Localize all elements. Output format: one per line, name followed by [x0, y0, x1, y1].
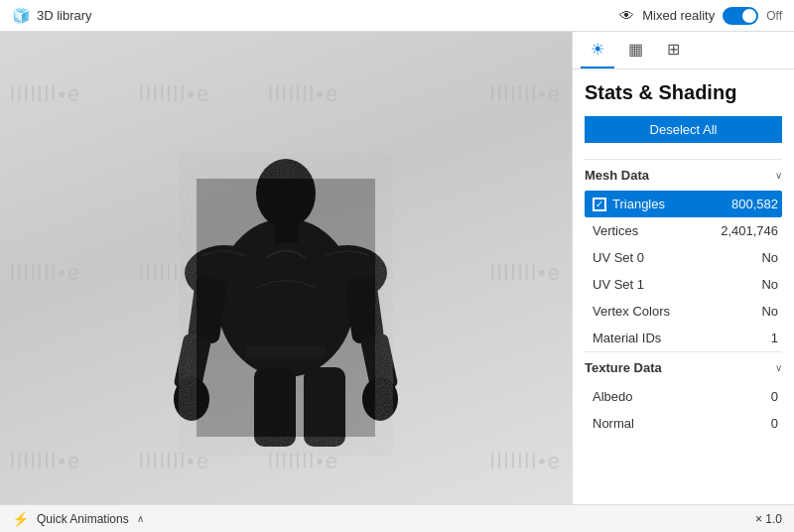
mixed-reality-section: 👁 Mixed reality Off: [619, 7, 782, 25]
uv-set-1-row: UV Set 1 No: [585, 271, 782, 298]
zoom-value: × 1.0: [755, 512, 782, 526]
library-section: 🧊 3D library: [12, 7, 92, 25]
uv-set-0-row: UV Set 0 No: [585, 244, 782, 271]
texture-data-title: Texture Data: [585, 360, 662, 375]
quick-animations-label[interactable]: Quick Animations: [37, 512, 129, 526]
watermark-4: lllllll•e: [490, 81, 562, 107]
vertex-colors-row: Vertex Colors No: [585, 298, 782, 325]
vertex-colors-value: No: [761, 304, 778, 319]
tab-grid[interactable]: ⊞: [657, 32, 690, 68]
tab-sun[interactable]: ☀: [581, 32, 614, 68]
library-label[interactable]: 3D library: [37, 8, 92, 23]
watermark-12: lllllll•e: [490, 449, 562, 474]
triangles-checkbox[interactable]: ✓: [593, 198, 606, 211]
viewport[interactable]: lllllll•e lllllll•e lllllll•e lllllll•e …: [0, 32, 572, 504]
right-panel: ☀ ▦ ⊞ Stats & Shading Deselect All Mesh …: [572, 32, 794, 504]
material-ids-label: Material IDs: [593, 331, 661, 345]
panel-content: Stats & Shading Deselect All Mesh Data ∨…: [573, 69, 794, 504]
tab-chart[interactable]: ▦: [618, 32, 653, 68]
svg-rect-14: [197, 179, 375, 437]
deselect-all-button[interactable]: Deselect All: [585, 116, 782, 143]
watermark-9: lllllll•e: [10, 449, 81, 474]
quick-animations-chevron[interactable]: ∧: [137, 513, 144, 524]
albedo-label: Albedo: [593, 389, 632, 404]
triangles-row-left: ✓ Triangles: [593, 197, 665, 211]
panel-title: Stats & Shading: [585, 81, 782, 104]
character-model: [97, 79, 474, 457]
mesh-data-section-header[interactable]: Mesh Data ∨: [585, 159, 782, 191]
vertices-row: Vertices 2,401,746: [585, 217, 782, 244]
triangles-value: 800,582: [731, 197, 778, 211]
mixed-reality-label: Mixed reality: [642, 8, 715, 23]
albedo-value: 0: [771, 389, 778, 404]
checkmark-icon: ✓: [596, 199, 603, 209]
albedo-row: Albedo 0: [585, 383, 782, 410]
watermark-5: lllllll•e: [10, 260, 81, 286]
watermark-8: lllllll•e: [490, 260, 562, 286]
mesh-data-chevron: ∨: [775, 170, 782, 181]
uv-set-1-label: UV Set 1: [593, 277, 644, 292]
tab-icons-row: ☀ ▦ ⊞: [573, 32, 794, 69]
vertices-label: Vertices: [593, 223, 638, 238]
quick-animations-icon: ⚡: [12, 511, 29, 527]
bottom-bar: ⚡ Quick Animations ∧ × 1.0: [0, 504, 794, 532]
uv-set-0-label: UV Set 0: [593, 250, 644, 265]
uv-set-1-value: No: [761, 277, 778, 292]
mesh-data-title: Mesh Data: [585, 168, 649, 183]
material-ids-value: 1: [771, 331, 778, 345]
topbar: 🧊 3D library 👁 Mixed reality Off: [0, 0, 794, 32]
vertices-value: 2,401,746: [721, 223, 778, 238]
vertex-colors-label: Vertex Colors: [593, 304, 670, 319]
normal-value: 0: [771, 416, 778, 431]
main-area: lllllll•e lllllll•e lllllll•e lllllll•e …: [0, 32, 794, 504]
triangles-row[interactable]: ✓ Triangles 800,582: [585, 191, 782, 217]
watermark-1: lllllll•e: [10, 81, 81, 107]
off-label: Off: [766, 9, 782, 23]
normal-label: Normal: [593, 416, 634, 431]
triangles-label: Triangles: [612, 197, 665, 211]
material-ids-row: Material IDs 1: [585, 325, 782, 351]
normal-row: Normal 0: [585, 410, 782, 437]
mixed-reality-toggle[interactable]: [723, 7, 758, 25]
texture-data-chevron: ∨: [775, 362, 782, 373]
mixed-reality-icon: 👁: [619, 7, 634, 24]
texture-data-section-header[interactable]: Texture Data ∨: [585, 351, 782, 383]
library-icon: 🧊: [12, 7, 31, 25]
uv-set-0-value: No: [761, 250, 778, 265]
